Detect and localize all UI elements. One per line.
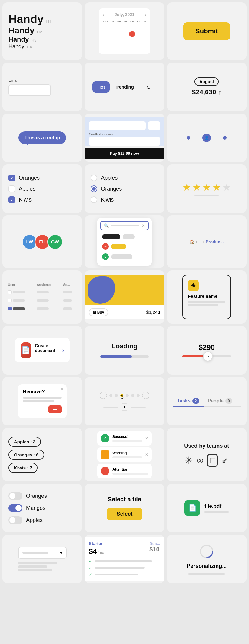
- payment-button[interactable]: Pay $12.99 now: [85, 148, 164, 159]
- star-4[interactable]: ★: [212, 181, 221, 193]
- cal-day-empty: ·: [102, 38, 108, 44]
- radio-apples[interactable]: Apples: [91, 175, 118, 181]
- check-box-apples[interactable]: [8, 185, 15, 192]
- toggle-apples: Apples: [8, 516, 43, 524]
- slider-track[interactable]: ‹›: [182, 355, 231, 357]
- feature-inner: ✳ Feature name →: [182, 275, 231, 319]
- dialog-confirm-button[interactable]: —: [48, 405, 62, 413]
- row-check-2[interactable]: [8, 299, 12, 302]
- star-1[interactable]: ★: [182, 181, 191, 193]
- check-icon-2: ✓: [89, 565, 92, 570]
- feature-line: [95, 567, 145, 569]
- dot-5[interactable]: [131, 394, 134, 397]
- cal-day-empty: ·: [109, 31, 115, 37]
- mini-select[interactable]: ▾: [121, 403, 128, 411]
- cal-day-empty: ·: [122, 31, 128, 37]
- submit-button[interactable]: Submit: [183, 22, 230, 40]
- toggle-mangos-track[interactable]: [8, 504, 22, 512]
- slider-thumb[interactable]: ‹›: [203, 351, 213, 361]
- cal-day-empty: ·: [102, 31, 108, 37]
- tag-apples[interactable]: Apples · 3: [8, 437, 41, 447]
- payment-cardholder-input[interactable]: [89, 137, 160, 146]
- notif-warning-close[interactable]: ✕: [145, 452, 148, 457]
- cmd-pill-1: [102, 234, 120, 239]
- tags-card: Apples · 3 Oranges · 6 Kiwis · 7: [2, 428, 82, 481]
- dot-3-active[interactable]: 3: [120, 394, 123, 397]
- breadcrumb-card: 🏠 › ... › Produc...: [167, 215, 247, 268]
- dialog-line-2: [23, 400, 54, 402]
- notif-success-close[interactable]: ✕: [145, 436, 148, 440]
- payment-card: Cardholder name Pay $12.99 now: [85, 114, 164, 162]
- check-box-oranges[interactable]: ✓: [8, 175, 15, 181]
- radio-kiwis[interactable]: Kiwis: [91, 196, 114, 203]
- tab-hot[interactable]: Hot: [92, 81, 110, 93]
- buy-button[interactable]: ⊞ Buy: [89, 308, 108, 316]
- cal-day-empty: ·: [142, 31, 148, 37]
- table-row[interactable]: [6, 305, 78, 312]
- checkbox-apples[interactable]: Apples: [8, 185, 35, 192]
- checkbox-kiwis[interactable]: ✓ Kiwis: [8, 196, 32, 203]
- pagination-next[interactable]: ›: [142, 392, 149, 399]
- heading-h4: Handy H4: [8, 43, 32, 50]
- heading-h2: Handy H2: [8, 26, 42, 36]
- table-row[interactable]: [6, 289, 78, 296]
- breadcrumb-home-icon[interactable]: 🏠: [190, 239, 195, 244]
- warning-icon: !: [101, 450, 109, 459]
- cal-day-today[interactable]: ·: [129, 31, 135, 37]
- cmd-item-2[interactable]: EH: [100, 242, 149, 251]
- pricing-features: ✓ ✓ ✓: [89, 559, 160, 577]
- team-logo-2: ∞: [197, 455, 204, 466]
- stats-month: August: [194, 77, 219, 86]
- file-select-button[interactable]: Select: [107, 508, 142, 520]
- star-5[interactable]: ★: [222, 181, 231, 193]
- spinner-icon: [199, 544, 214, 559]
- tab-tasks[interactable]: Tasks 2: [173, 396, 204, 407]
- checkbox-oranges[interactable]: ✓ Oranges: [8, 175, 40, 181]
- app-icon-row[interactable]: 📄 Create document ————— ›: [15, 338, 70, 362]
- feature-arrow[interactable]: →: [188, 308, 225, 314]
- radio-circle-apples[interactable]: [91, 175, 97, 181]
- pricing-feature-1: ✓: [89, 559, 160, 564]
- dot-1[interactable]: [109, 394, 112, 397]
- cell-line: [13, 291, 25, 293]
- radio-oranges[interactable]: Oranges: [91, 185, 122, 192]
- toggle-oranges-track[interactable]: [8, 492, 22, 500]
- command-search[interactable]: 🔍 ✕: [100, 221, 149, 230]
- feature-line-1: [188, 301, 225, 303]
- dropdown-select[interactable]: ▾: [18, 547, 67, 559]
- product-image: [85, 275, 164, 305]
- radio-circle-oranges[interactable]: [91, 185, 97, 192]
- app-icon-label: Create document: [35, 343, 58, 353]
- search-clear-icon[interactable]: ✕: [142, 223, 145, 228]
- toggle-apples-track[interactable]: [8, 516, 22, 524]
- dialog-close-icon[interactable]: ✕: [61, 387, 64, 391]
- select-value: ▾: [124, 405, 125, 409]
- star-3[interactable]: ★: [202, 181, 211, 193]
- dot-4[interactable]: [126, 394, 129, 397]
- cal-day-empty: ·: [136, 24, 142, 30]
- dot-6[interactable]: [137, 394, 140, 397]
- pagination-prev[interactable]: ‹: [100, 392, 107, 399]
- row-check-3[interactable]: [8, 307, 12, 310]
- dot-2[interactable]: [115, 394, 118, 397]
- pricing-plan: Starter: [89, 541, 104, 546]
- check-box-kiwis[interactable]: ✓: [8, 196, 15, 203]
- tab-trending[interactable]: Trending: [110, 81, 138, 93]
- cmd-item-1[interactable]: [100, 233, 149, 241]
- tag-oranges[interactable]: Oranges · 6: [8, 450, 44, 460]
- slider-visual-card: 👤: [167, 114, 247, 162]
- row-check-1[interactable]: [8, 290, 12, 294]
- tag-kiwis[interactable]: Kiwis · 7: [8, 463, 38, 473]
- radio-circle-kiwis[interactable]: [91, 196, 97, 203]
- notif-success: ✓ Success! ✕: [97, 431, 152, 446]
- cmd-item-3[interactable]: G: [100, 252, 149, 261]
- email-input[interactable]: [8, 84, 51, 96]
- table-row[interactable]: [6, 297, 78, 304]
- slider-dot-2: [223, 136, 227, 140]
- personalizing-card: Personalizing...: [167, 535, 247, 583]
- tab-fresh[interactable]: Fr...: [139, 81, 157, 93]
- tab-people[interactable]: People 9: [204, 396, 237, 406]
- star-2[interactable]: ★: [192, 181, 201, 193]
- calendar-prev[interactable]: ‹: [102, 12, 104, 17]
- calendar-next[interactable]: ›: [145, 12, 147, 17]
